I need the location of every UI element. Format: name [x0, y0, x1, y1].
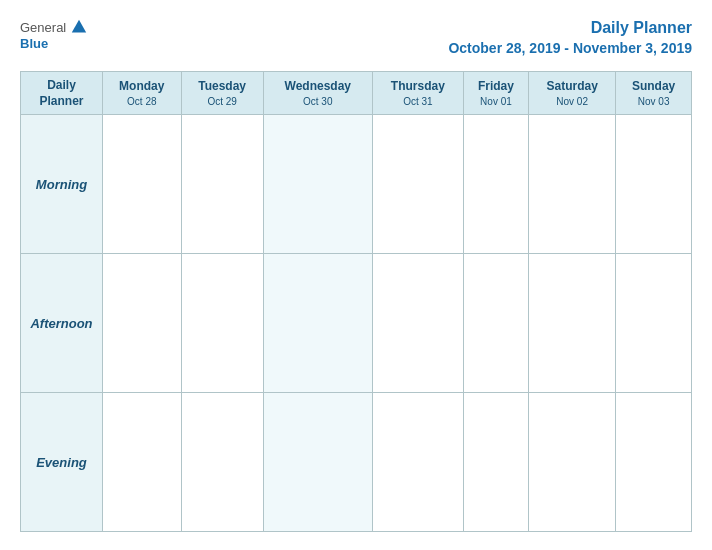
- logo: General: [20, 18, 88, 36]
- day-name: Saturday: [533, 79, 611, 95]
- calendar-body: MorningAfternoonEvening: [21, 115, 692, 532]
- col-header-sunday: SundayNov 03: [616, 71, 692, 114]
- label-morning: Morning: [21, 115, 103, 254]
- calendar-table: Daily PlannerMondayOct 28TuesdayOct 29We…: [20, 71, 692, 532]
- day-date: Oct 28: [107, 95, 177, 108]
- cell-afternoon-day-7[interactable]: [616, 254, 692, 393]
- logo-general-text: General: [20, 20, 66, 35]
- cell-morning-day-3[interactable]: [263, 115, 372, 254]
- col-header-friday: FridayNov 01: [463, 71, 528, 114]
- label-evening: Evening: [21, 393, 103, 532]
- cell-evening-day-2[interactable]: [181, 393, 263, 532]
- cell-afternoon-day-2[interactable]: [181, 254, 263, 393]
- cell-evening-day-3[interactable]: [263, 393, 372, 532]
- day-date: Oct 30: [268, 95, 368, 108]
- cell-evening-day-7[interactable]: [616, 393, 692, 532]
- time-row: Morning: [21, 115, 692, 254]
- day-name: Monday: [107, 79, 177, 95]
- cell-morning-day-4[interactable]: [372, 115, 463, 254]
- col-header-thursday: ThursdayOct 31: [372, 71, 463, 114]
- logo-icon: [70, 18, 88, 36]
- logo-blue-text: Blue: [20, 36, 48, 51]
- col-header-tuesday: TuesdayOct 29: [181, 71, 263, 114]
- day-name: Thursday: [377, 79, 459, 95]
- col-header-wednesday: WednesdayOct 30: [263, 71, 372, 114]
- cell-afternoon-day-3[interactable]: [263, 254, 372, 393]
- day-date: Oct 29: [186, 95, 259, 108]
- cell-evening-day-6[interactable]: [529, 393, 616, 532]
- day-date: Nov 01: [468, 95, 524, 108]
- day-name: Daily Planner: [25, 78, 98, 109]
- cell-morning-day-2[interactable]: [181, 115, 263, 254]
- col-header-saturday: SaturdayNov 02: [529, 71, 616, 114]
- cell-morning-day-7[interactable]: [616, 115, 692, 254]
- col-header-monday: MondayOct 28: [103, 71, 182, 114]
- day-name: Wednesday: [268, 79, 368, 95]
- cell-afternoon-day-4[interactable]: [372, 254, 463, 393]
- day-name: Sunday: [620, 79, 687, 95]
- title-area: Daily Planner October 28, 2019 - Novembe…: [448, 18, 692, 57]
- day-date: Nov 03: [620, 95, 687, 108]
- cell-evening-day-4[interactable]: [372, 393, 463, 532]
- day-name: Friday: [468, 79, 524, 95]
- svg-marker-0: [72, 20, 86, 33]
- planner-subtitle: October 28, 2019 - November 3, 2019: [448, 39, 692, 57]
- cell-afternoon-day-1[interactable]: [103, 254, 182, 393]
- cell-evening-day-5[interactable]: [463, 393, 528, 532]
- header: General Blue Daily Planner October 28, 2…: [20, 18, 692, 57]
- cell-afternoon-day-6[interactable]: [529, 254, 616, 393]
- cell-morning-day-5[interactable]: [463, 115, 528, 254]
- day-date: Oct 31: [377, 95, 459, 108]
- cell-afternoon-day-5[interactable]: [463, 254, 528, 393]
- label-afternoon: Afternoon: [21, 254, 103, 393]
- cell-morning-day-6[interactable]: [529, 115, 616, 254]
- cell-evening-day-1[interactable]: [103, 393, 182, 532]
- day-name: Tuesday: [186, 79, 259, 95]
- page: General Blue Daily Planner October 28, 2…: [0, 0, 712, 550]
- day-date: Nov 02: [533, 95, 611, 108]
- time-row: Evening: [21, 393, 692, 532]
- col-header-label: Daily Planner: [21, 71, 103, 114]
- time-row: Afternoon: [21, 254, 692, 393]
- cell-morning-day-1[interactable]: [103, 115, 182, 254]
- logo-area: General Blue: [20, 18, 88, 51]
- planner-title: Daily Planner: [448, 18, 692, 39]
- header-row: Daily PlannerMondayOct 28TuesdayOct 29We…: [21, 71, 692, 114]
